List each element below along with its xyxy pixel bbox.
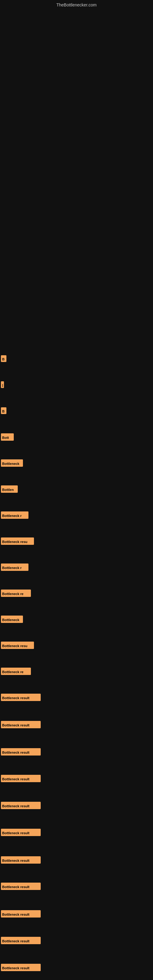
bottleneck-result-label: Bottleneck result xyxy=(1,829,41,836)
bottleneck-result-label: Bottleneck result xyxy=(1,856,41,864)
site-title: TheBottlenecker.com xyxy=(56,2,97,7)
bottleneck-result-label: Bottleneck result xyxy=(1,937,41,944)
bottleneck-result-label: B xyxy=(1,355,6,362)
bottleneck-result-label: B xyxy=(1,407,6,414)
bottleneck-result-label: Bottleneck re xyxy=(1,668,31,675)
bottleneck-result-label: Bottleneck result xyxy=(1,802,41,809)
bottleneck-result-label: Bottleneck r xyxy=(1,563,29,571)
bottleneck-result-label: Bottleneck result xyxy=(1,748,41,756)
bottleneck-result-label: Bottleneck result xyxy=(1,775,41,782)
bottleneck-result-label: Bottleneck result xyxy=(1,964,41,971)
bottleneck-result-label: Bottlen xyxy=(1,485,18,493)
bottleneck-result-label: Bottleneck r xyxy=(1,511,29,519)
bottleneck-result-label: Bottleneck result xyxy=(1,910,41,918)
bottleneck-result-label: Bottleneck re xyxy=(1,590,31,597)
bottleneck-result-label: Bottleneck result xyxy=(1,694,41,701)
bottleneck-result-label: Bottleneck xyxy=(1,460,23,467)
bottleneck-result-label: Bott xyxy=(1,433,14,441)
bottleneck-result-label: Bottleneck result xyxy=(1,721,41,728)
bottleneck-result-label: Bottleneck result xyxy=(1,883,41,890)
bottleneck-result-label: Bottleneck xyxy=(1,616,23,623)
bottleneck-result-label: Bottleneck resu xyxy=(1,641,34,649)
bottleneck-result-label: Bottleneck resu xyxy=(1,538,34,545)
bottleneck-result-label: | xyxy=(1,381,4,388)
